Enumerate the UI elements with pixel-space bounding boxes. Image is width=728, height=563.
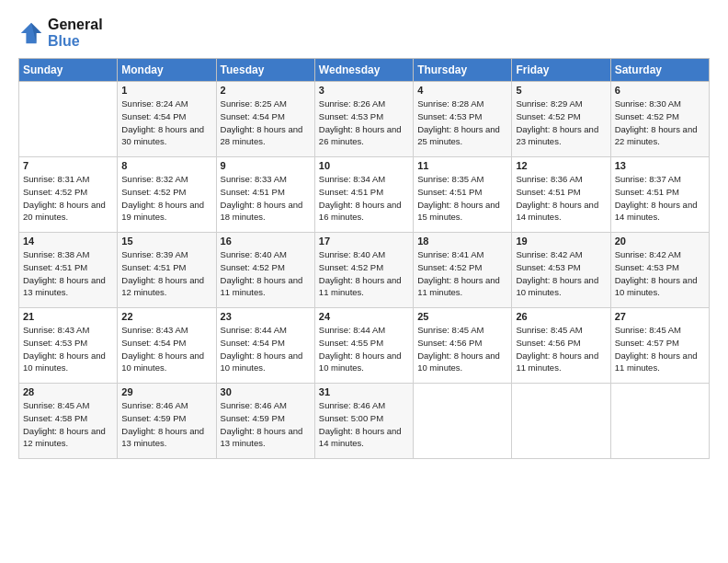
day-info: Sunrise: 8:44 AMSunset: 4:54 PMDaylight:… [221, 324, 311, 374]
day-number: 2 [221, 85, 311, 96]
day-number: 13 [615, 160, 705, 171]
day-number: 22 [121, 311, 211, 322]
calendar-cell: 1Sunrise: 8:24 AMSunset: 4:54 PMDaylight… [118, 82, 216, 157]
day-number: 15 [121, 236, 211, 247]
calendar-cell: 31Sunrise: 8:46 AMSunset: 5:00 PMDayligh… [314, 384, 413, 459]
day-info: Sunrise: 8:28 AMSunset: 4:53 PMDaylight:… [417, 98, 507, 148]
day-info: Sunrise: 8:37 AMSunset: 4:51 PMDaylight:… [615, 173, 705, 224]
day-number: 14 [23, 236, 113, 247]
day-info: Sunrise: 8:39 AMSunset: 4:51 PMDaylight:… [121, 248, 211, 299]
day-number: 25 [417, 311, 507, 322]
day-info: Sunrise: 8:32 AMSunset: 4:52 PMDaylight:… [121, 173, 211, 224]
calendar-cell: 22Sunrise: 8:43 AMSunset: 4:54 PMDayligh… [118, 308, 216, 384]
day-number: 11 [417, 160, 507, 171]
calendar-cell: 8Sunrise: 8:32 AMSunset: 4:52 PMDaylight… [118, 157, 216, 233]
calendar-cell: 9Sunrise: 8:33 AMSunset: 4:51 PMDaylight… [216, 157, 314, 233]
day-number: 4 [417, 85, 507, 96]
calendar-cell [512, 384, 610, 459]
day-number: 12 [516, 160, 606, 171]
day-header: Sunday [19, 59, 118, 82]
page: General Blue SundayMondayTuesdayWednesda… [0, 0, 728, 563]
calendar-cell: 3Sunrise: 8:26 AMSunset: 4:53 PMDaylight… [314, 82, 413, 157]
calendar-cell: 2Sunrise: 8:25 AMSunset: 4:54 PMDaylight… [216, 82, 314, 157]
calendar-body: 1Sunrise: 8:24 AMSunset: 4:54 PMDaylight… [19, 82, 710, 459]
day-info: Sunrise: 8:35 AMSunset: 4:51 PMDaylight:… [417, 173, 507, 224]
calendar-week-row: 1Sunrise: 8:24 AMSunset: 4:54 PMDaylight… [19, 82, 710, 157]
calendar-cell: 6Sunrise: 8:30 AMSunset: 4:52 PMDaylight… [610, 82, 709, 157]
calendar-cell: 20Sunrise: 8:42 AMSunset: 4:53 PMDayligh… [610, 233, 709, 308]
day-info: Sunrise: 8:42 AMSunset: 4:53 PMDaylight:… [615, 248, 705, 299]
calendar-cell: 12Sunrise: 8:36 AMSunset: 4:51 PMDayligh… [512, 157, 610, 233]
day-info: Sunrise: 8:36 AMSunset: 4:51 PMDaylight:… [516, 173, 606, 224]
day-number: 10 [319, 160, 409, 171]
day-info: Sunrise: 8:40 AMSunset: 4:52 PMDaylight:… [319, 248, 409, 299]
calendar-table: SundayMondayTuesdayWednesdayThursdayFrid… [18, 58, 710, 459]
day-info: Sunrise: 8:46 AMSunset: 4:59 PMDaylight:… [221, 399, 311, 450]
day-number: 26 [516, 311, 606, 322]
day-number: 16 [221, 236, 311, 247]
day-info: Sunrise: 8:42 AMSunset: 4:53 PMDaylight:… [516, 248, 606, 299]
day-info: Sunrise: 8:40 AMSunset: 4:52 PMDaylight:… [221, 248, 311, 299]
day-info: Sunrise: 8:30 AMSunset: 4:52 PMDaylight:… [615, 98, 705, 148]
calendar-cell: 13Sunrise: 8:37 AMSunset: 4:51 PMDayligh… [610, 157, 709, 233]
calendar-cell [414, 384, 512, 459]
calendar-cell: 7Sunrise: 8:31 AMSunset: 4:52 PMDaylight… [19, 157, 118, 233]
day-number: 19 [516, 236, 606, 247]
day-number: 1 [121, 85, 211, 96]
day-info: Sunrise: 8:43 AMSunset: 4:53 PMDaylight:… [23, 324, 113, 374]
calendar-cell: 27Sunrise: 8:45 AMSunset: 4:57 PMDayligh… [610, 308, 709, 384]
day-header: Wednesday [314, 59, 413, 82]
day-number: 28 [23, 386, 113, 397]
day-number: 20 [615, 236, 705, 247]
day-info: Sunrise: 8:45 AMSunset: 4:57 PMDaylight:… [615, 324, 705, 374]
day-number: 7 [23, 160, 113, 171]
header: General Blue [18, 17, 710, 49]
calendar-week-row: 7Sunrise: 8:31 AMSunset: 4:52 PMDaylight… [19, 157, 710, 233]
calendar-cell: 17Sunrise: 8:40 AMSunset: 4:52 PMDayligh… [314, 233, 413, 308]
day-info: Sunrise: 8:45 AMSunset: 4:58 PMDaylight:… [23, 399, 113, 450]
day-number: 29 [121, 386, 211, 397]
day-info: Sunrise: 8:31 AMSunset: 4:52 PMDaylight:… [23, 173, 113, 224]
calendar-cell: 29Sunrise: 8:46 AMSunset: 4:59 PMDayligh… [118, 384, 216, 459]
day-info: Sunrise: 8:46 AMSunset: 4:59 PMDaylight:… [121, 399, 211, 450]
day-info: Sunrise: 8:43 AMSunset: 4:54 PMDaylight:… [121, 324, 211, 374]
day-info: Sunrise: 8:29 AMSunset: 4:52 PMDaylight:… [516, 98, 606, 148]
calendar-cell: 23Sunrise: 8:44 AMSunset: 4:54 PMDayligh… [216, 308, 314, 384]
day-info: Sunrise: 8:33 AMSunset: 4:51 PMDaylight:… [221, 173, 311, 224]
logo: General Blue [18, 17, 103, 49]
day-number: 3 [319, 85, 409, 96]
logo-icon [18, 20, 44, 46]
day-number: 8 [121, 160, 211, 171]
day-number: 21 [23, 311, 113, 322]
calendar-week-row: 21Sunrise: 8:43 AMSunset: 4:53 PMDayligh… [19, 308, 710, 384]
day-number: 31 [319, 386, 409, 397]
day-number: 17 [319, 236, 409, 247]
calendar-cell [19, 82, 118, 157]
day-header: Tuesday [216, 59, 314, 82]
calendar-cell: 15Sunrise: 8:39 AMSunset: 4:51 PMDayligh… [118, 233, 216, 308]
day-header: Friday [512, 59, 610, 82]
calendar-week-row: 28Sunrise: 8:45 AMSunset: 4:58 PMDayligh… [19, 384, 710, 459]
calendar-cell: 25Sunrise: 8:45 AMSunset: 4:56 PMDayligh… [414, 308, 512, 384]
calendar-cell: 4Sunrise: 8:28 AMSunset: 4:53 PMDaylight… [414, 82, 512, 157]
calendar-cell: 5Sunrise: 8:29 AMSunset: 4:52 PMDaylight… [512, 82, 610, 157]
calendar-header-row: SundayMondayTuesdayWednesdayThursdayFrid… [19, 59, 710, 82]
calendar-cell: 14Sunrise: 8:38 AMSunset: 4:51 PMDayligh… [19, 233, 118, 308]
calendar-cell: 19Sunrise: 8:42 AMSunset: 4:53 PMDayligh… [512, 233, 610, 308]
day-info: Sunrise: 8:24 AMSunset: 4:54 PMDaylight:… [121, 98, 211, 148]
day-info: Sunrise: 8:34 AMSunset: 4:51 PMDaylight:… [319, 173, 409, 224]
day-header: Saturday [610, 59, 709, 82]
day-info: Sunrise: 8:38 AMSunset: 4:51 PMDaylight:… [23, 248, 113, 299]
day-number: 27 [615, 311, 705, 322]
logo-text: General Blue [48, 17, 103, 49]
calendar-cell: 21Sunrise: 8:43 AMSunset: 4:53 PMDayligh… [19, 308, 118, 384]
day-header: Monday [118, 59, 216, 82]
calendar-cell: 24Sunrise: 8:44 AMSunset: 4:55 PMDayligh… [314, 308, 413, 384]
day-info: Sunrise: 8:44 AMSunset: 4:55 PMDaylight:… [319, 324, 409, 374]
calendar-cell: 10Sunrise: 8:34 AMSunset: 4:51 PMDayligh… [314, 157, 413, 233]
day-info: Sunrise: 8:45 AMSunset: 4:56 PMDaylight:… [516, 324, 606, 374]
day-info: Sunrise: 8:25 AMSunset: 4:54 PMDaylight:… [221, 98, 311, 148]
day-number: 18 [417, 236, 507, 247]
calendar-week-row: 14Sunrise: 8:38 AMSunset: 4:51 PMDayligh… [19, 233, 710, 308]
day-number: 5 [516, 85, 606, 96]
